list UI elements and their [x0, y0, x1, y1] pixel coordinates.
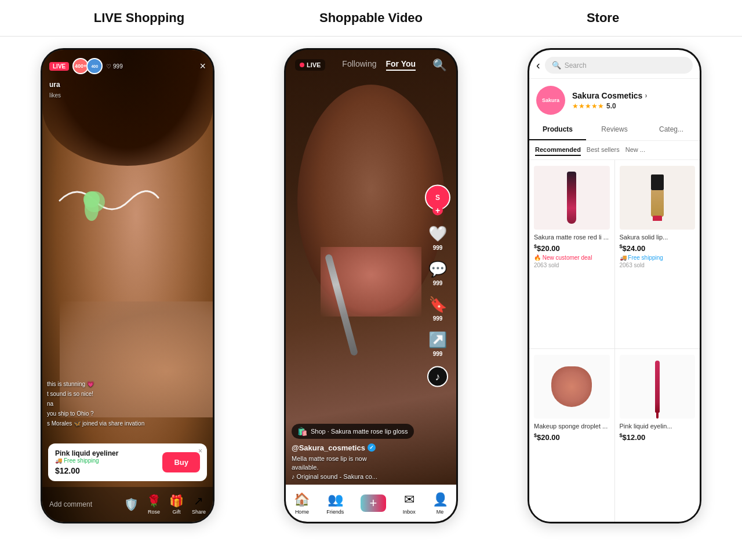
video-search-icon[interactable]: 🔍: [432, 58, 447, 72]
for-you-tab[interactable]: For You: [386, 59, 416, 71]
product-sold-1: 2063 sold: [534, 262, 610, 268]
shoppable-video-title: Shoppable Video: [255, 10, 487, 26]
chat-msg-6: s Morales 🦋 joined via share invation: [47, 419, 166, 428]
filter-new[interactable]: New ...: [625, 144, 645, 156]
eyeliner-visual: [655, 361, 660, 413]
shield-icon: 🛡️: [124, 497, 139, 511]
product-name: Pink liquid eyeliner: [55, 449, 118, 457]
shield-icon-btn[interactable]: 🛡️: [124, 497, 139, 511]
tab-reviews[interactable]: Reviews: [586, 119, 643, 140]
live-product-card: × Pink liquid eyeliner 🚚 Free shipping $…: [48, 443, 207, 481]
store-section: ‹ 🔍 Search Sakura Sakura Cosmetics ›: [516, 48, 713, 548]
chevron-right-icon: ›: [645, 92, 647, 100]
brand-logo: Sakura: [536, 86, 565, 115]
product-cell-2: Sakura solid lip... $$24.00 🚚 Free shipp…: [615, 160, 700, 348]
tiktok-record: ♪: [427, 366, 448, 387]
eyeliner-tip: [656, 412, 659, 419]
close-live-button[interactable]: ×: [199, 60, 206, 72]
products-grid: Sakura matte rose red li ... $$20.00 🔥 N…: [529, 160, 700, 522]
share-btn[interactable]: ↗ Share: [192, 494, 206, 515]
heart-icon: 🤍: [428, 225, 447, 243]
comment-count: 999: [433, 280, 443, 286]
buy-button[interactable]: Buy: [162, 452, 200, 472]
live-top-bar: LIVE 400+ 400 ♡ 999 ×: [42, 50, 213, 79]
friends-icon: 👥: [328, 492, 343, 507]
product-title-3: Makeup sponge droplet ...: [534, 422, 610, 430]
filter-recommended[interactable]: Recommended: [535, 144, 581, 156]
main-content: LIVE 400+ 400 ♡ 999 ×: [0, 37, 742, 560]
tab-products[interactable]: Products: [529, 119, 586, 140]
rose-label: Rose: [148, 509, 160, 515]
comment-action[interactable]: 💬 999: [428, 260, 447, 286]
comment-input-area[interactable]: Add comment: [49, 500, 124, 508]
add-icon: +: [361, 494, 386, 512]
inbox-icon: ✉: [404, 492, 414, 507]
makeup-swirl-overlay: [48, 177, 164, 224]
product-title-4: Pink liquid eyelin...: [620, 422, 696, 430]
product-title-2: Sakura solid lip...: [620, 233, 696, 241]
brand-logo-text: Sakura: [542, 97, 559, 103]
lipstick-tip: [653, 216, 662, 221]
shop-tag-text: Shop · Sakura matte rose lip gloss: [311, 428, 408, 435]
inbox-nav-item[interactable]: ✉ Inbox: [403, 492, 416, 515]
product-price-2: $$24.00: [620, 243, 696, 253]
lipstick-cap: [651, 174, 664, 190]
product-price-1: $$20.00: [534, 243, 610, 253]
gift-btn[interactable]: 🎁 Gift: [169, 494, 184, 515]
live-phone-frame: LIVE 400+ 400 ♡ 999 ×: [41, 48, 214, 523]
following-tab[interactable]: Following: [342, 59, 376, 71]
me-icon: 👤: [432, 492, 448, 507]
shop-tag[interactable]: 🛍️ Shop · Sakura matte rose lip gloss: [292, 424, 414, 439]
chat-msg-5: you ship to Ohio ?: [47, 409, 166, 418]
close-product-card[interactable]: ×: [198, 447, 202, 455]
video-username[interactable]: @Sakura_cosmetics ✓: [292, 443, 421, 452]
live-sublabel: likes: [49, 92, 61, 99]
tab-categories[interactable]: Categ...: [643, 119, 700, 140]
store-title: Store: [487, 10, 719, 26]
like-action[interactable]: 🤍 999: [428, 225, 447, 251]
share-count: 999: [433, 351, 443, 357]
tiktok-logo-icon: ♪: [435, 370, 441, 383]
gift-icon: 🎁: [169, 494, 184, 508]
filter-bestsellers[interactable]: Best sellers: [587, 144, 620, 156]
shoppable-video-section: LIVE Following For You 🔍 S + 🤍: [272, 48, 470, 548]
product-sold-2: 2063 sold: [620, 262, 696, 268]
home-nav-label: Home: [295, 509, 309, 515]
product-image-1: [534, 166, 610, 230]
chat-msg-3: t sound is so nice!: [47, 390, 166, 398]
header: LIVE Shopping Shoppable Video Store: [0, 0, 742, 37]
chat-msg-4: na: [47, 399, 166, 408]
rose-btn[interactable]: 🌹 Rose: [147, 494, 161, 515]
share-icon: ↗: [194, 494, 203, 508]
friends-nav-label: Friends: [326, 509, 344, 515]
video-phone-background: LIVE Following For You 🔍 S + 🤍: [286, 50, 456, 522]
product-tag-2: 🚚 Free shipping: [620, 254, 696, 261]
live-shopping-section: LIVE 400+ 400 ♡ 999 ×: [29, 48, 226, 548]
product-shipping: 🚚 Free shipping: [55, 457, 118, 464]
store-search-bar[interactable]: 🔍 Search: [545, 57, 693, 74]
add-post-button[interactable]: +: [361, 494, 386, 512]
bookmark-count: 999: [433, 315, 443, 322]
live-user-info: 400+ 400 ♡ 999: [72, 58, 122, 74]
like-count: 999: [433, 245, 443, 251]
me-nav-item[interactable]: 👤 Me: [432, 492, 448, 515]
home-nav-item[interactable]: 🏠 Home: [294, 492, 310, 515]
back-button[interactable]: ‹: [536, 59, 540, 72]
share-action[interactable]: ↗️ 999: [428, 331, 447, 357]
product-card-info: Pink liquid eyeliner 🚚 Free shipping $12…: [55, 449, 118, 475]
inbox-nav-label: Inbox: [403, 509, 416, 515]
verified-badge: ✓: [368, 443, 376, 452]
bookmark-action[interactable]: 🔖 999: [428, 296, 447, 322]
gift-label: Gift: [172, 509, 180, 515]
friends-nav-item[interactable]: 👥 Friends: [326, 492, 344, 515]
comment-icon: 💬: [428, 260, 447, 278]
creator-avatar[interactable]: S +: [425, 185, 450, 216]
live-dot: [300, 63, 304, 67]
me-nav-label: Me: [437, 509, 444, 515]
live-chat-area: this is stunning 💗 t sound is so nice! n…: [47, 380, 166, 429]
share-icon: ↗️: [428, 331, 447, 349]
lipstick-visual: [650, 174, 664, 221]
bookmark-icon: 🔖: [428, 296, 447, 314]
video-right-sidebar: S + 🤍 999 💬 999 🔖 999: [425, 185, 450, 387]
rose-icon: 🌹: [147, 494, 161, 508]
